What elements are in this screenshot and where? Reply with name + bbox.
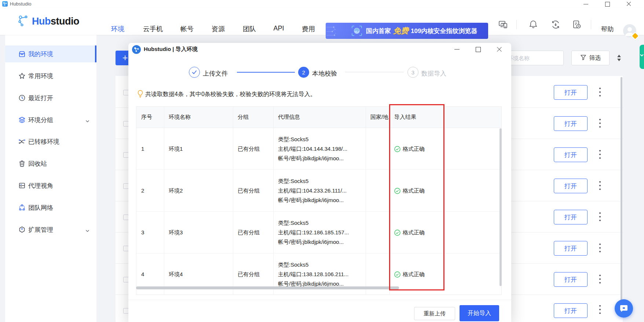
sidebar-item-transferred[interactable]: 已转移环境 xyxy=(5,133,96,150)
row-kebab-menu-icon[interactable] xyxy=(599,181,601,191)
open-environment-button[interactable]: 打开 xyxy=(554,147,588,162)
sort-toggle[interactable] xyxy=(617,54,621,62)
search-input[interactable] xyxy=(503,51,564,65)
row-kebab-menu-icon[interactable] xyxy=(599,275,601,284)
import-result-highlight-box xyxy=(389,104,444,290)
dialog-close-button[interactable] xyxy=(494,46,505,53)
start-import-button[interactable]: 开始导入 xyxy=(460,305,499,321)
cell-index: 4 xyxy=(141,271,144,277)
row-checkbox[interactable] xyxy=(123,121,129,127)
sidebar-item-extension-management[interactable]: 扩展管理 xyxy=(5,221,96,238)
notifications-bell-icon[interactable] xyxy=(528,20,538,29)
column-header-name: 环境名称 xyxy=(169,114,191,121)
tip-bulb-icon xyxy=(137,90,143,98)
open-environment-button[interactable]: 打开 xyxy=(554,179,588,193)
brand-logo[interactable]: Hubstudio xyxy=(17,13,79,29)
banner-text-suffix: 109内核安全指纹浏览器 xyxy=(411,27,477,35)
nav-tab-billing[interactable]: 费用 xyxy=(302,25,315,33)
sidebar-item-recycle-bin[interactable]: 回收站 xyxy=(5,155,96,172)
column-header-country: 国家/地 xyxy=(370,114,389,121)
open-environment-button[interactable]: 打开 xyxy=(554,85,588,100)
transfer-icon xyxy=(18,138,26,145)
row-kebab-menu-icon[interactable] xyxy=(599,88,601,97)
sync-download-icon[interactable] xyxy=(551,20,560,29)
history-log-icon[interactable] xyxy=(572,20,582,29)
open-environment-button[interactable]: 打开 xyxy=(554,116,588,131)
dialog-maximize-button[interactable] xyxy=(472,46,483,53)
table-row: 2 环境2 已有分组 类型:Socks5 主机/端口:104.233.26.11… xyxy=(136,170,501,212)
window-maximize-button[interactable] xyxy=(600,0,616,8)
window-minimize-button[interactable] xyxy=(578,0,594,8)
nav-tab-resource[interactable]: 资源 xyxy=(212,25,225,33)
environment-box-icon xyxy=(18,50,26,58)
row-kebab-menu-icon[interactable] xyxy=(599,305,601,315)
open-environment-button[interactable]: 打开 xyxy=(554,303,588,318)
row-checkbox[interactable] xyxy=(123,183,129,189)
app-window: Hubstudio Hubstudio 环境 云手机 帐号 资源 团队 API … xyxy=(0,0,644,322)
column-header-index: 序号 xyxy=(141,114,152,121)
dialog-title: Hubstudio | 导入环境 xyxy=(144,46,198,53)
window-title: Hubstudio xyxy=(10,1,32,7)
row-checkbox[interactable] xyxy=(123,152,129,158)
cell-group: 已有分组 xyxy=(238,229,260,236)
dialog-minimize-button[interactable] xyxy=(451,46,462,53)
reupload-button[interactable]: 重新上传 xyxy=(414,307,455,320)
open-environment-button[interactable]: 打开 xyxy=(554,241,588,256)
list-scrollbar[interactable] xyxy=(621,77,622,317)
row-checkbox[interactable] xyxy=(123,277,129,282)
nav-tab-environment[interactable]: 环境 xyxy=(111,25,124,33)
table-horizontal-scrollbar[interactable] xyxy=(136,286,399,289)
row-checkbox[interactable] xyxy=(123,215,129,220)
row-kebab-menu-icon[interactable] xyxy=(599,212,601,222)
row-kebab-menu-icon[interactable] xyxy=(599,119,601,128)
chevron-down-icon xyxy=(85,118,89,122)
sidebar: 我的环境 常用环境 最近打开 环境分组 已转移环境 回收站 代理视角 xyxy=(5,35,96,322)
promo-banner[interactable]: 国内首家 免费 109内核安全指纹浏览器 xyxy=(326,23,488,39)
star-icon xyxy=(18,72,26,80)
cell-group: 已有分组 xyxy=(238,187,260,194)
row-checkbox[interactable] xyxy=(123,90,129,95)
table-vertical-scrollbar[interactable] xyxy=(500,128,502,286)
banner-highlight-text: 免费 xyxy=(393,26,409,36)
row-kebab-menu-icon[interactable] xyxy=(599,244,601,253)
nav-tab-team[interactable]: 团队 xyxy=(243,25,256,33)
row-kebab-menu-icon[interactable] xyxy=(599,150,601,160)
window-close-button[interactable] xyxy=(621,0,637,8)
row-checkbox[interactable] xyxy=(123,246,129,251)
open-environment-button[interactable]: 打开 xyxy=(554,210,588,224)
step-connector-done xyxy=(237,72,295,73)
circuit-decoration xyxy=(326,23,351,39)
dialog-logo-icon xyxy=(132,45,141,54)
nav-tab-cloud-phone[interactable]: 云手机 xyxy=(143,25,163,33)
filter-button[interactable]: 筛选 xyxy=(571,51,610,65)
sidebar-item-proxy-view[interactable]: 代理视角 xyxy=(5,177,96,194)
row-checkbox[interactable] xyxy=(123,308,129,314)
proxy-card-icon xyxy=(18,182,26,189)
cell-proxy: 类型:Socks5 主机/端口:104.233.26.111/... 帐号/密码… xyxy=(278,176,347,205)
sidebar-item-favorites[interactable]: 常用环境 xyxy=(5,67,96,84)
customer-service-chat-button[interactable] xyxy=(615,299,633,318)
side-panel-toggle[interactable] xyxy=(640,45,644,69)
open-environment-button[interactable]: 打开 xyxy=(554,272,588,287)
sidebar-item-team-network[interactable]: 团队网络 xyxy=(5,199,96,216)
sidebar-item-recently-opened[interactable]: 最近打开 xyxy=(5,89,96,106)
titlebar: Hubstudio xyxy=(0,0,644,8)
cell-index: 1 xyxy=(141,146,144,152)
app-header: Hubstudio 环境 云手机 帐号 资源 团队 API 费用 国内首家 免费… xyxy=(0,8,644,35)
step-2-label: 本地校验 xyxy=(312,69,337,78)
brand-wordmark: Hubstudio xyxy=(32,16,79,27)
step-1-label: 上传文件 xyxy=(203,69,228,78)
sidebar-item-environment-groups[interactable]: 环境分组 xyxy=(5,111,96,128)
screen-sync-icon[interactable] xyxy=(498,20,508,29)
banner-text-prefix: 国内首家 xyxy=(366,27,391,35)
trash-icon xyxy=(18,160,26,167)
funnel-icon xyxy=(580,54,586,62)
cell-index: 3 xyxy=(141,229,144,235)
cell-proxy: 类型:Socks5 主机/端口:104.144.34.198/... 帐号/密码… xyxy=(278,135,347,163)
cell-index: 2 xyxy=(141,187,144,194)
nav-tab-account[interactable]: 帐号 xyxy=(180,25,194,33)
help-link[interactable]: 帮助 xyxy=(601,25,614,33)
nav-tab-api[interactable]: API xyxy=(273,25,284,32)
sidebar-item-my-environments[interactable]: 我的环境 xyxy=(5,45,96,62)
cell-name: 环境3 xyxy=(169,229,183,236)
